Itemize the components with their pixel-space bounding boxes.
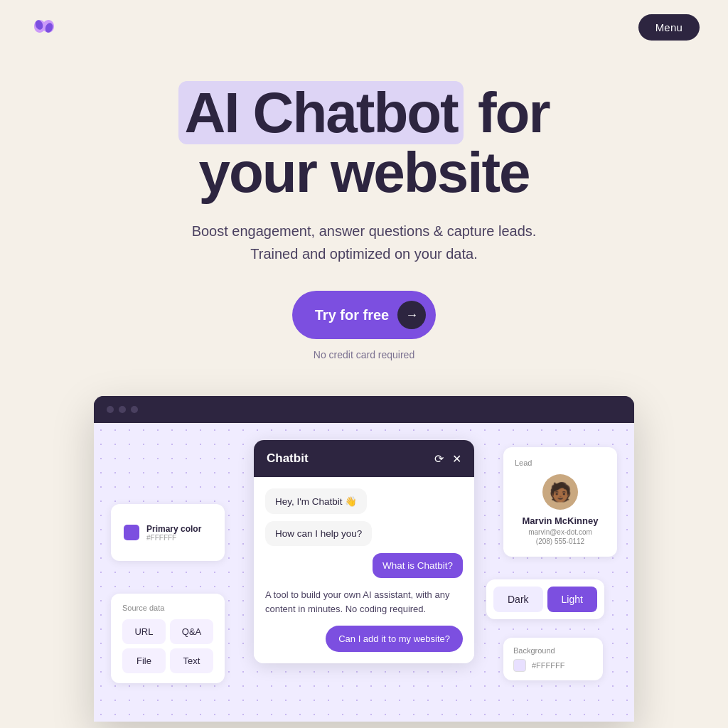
chat-bubble-help: How can I help you? xyxy=(265,521,372,546)
hero-subtitle: Boost engagement, answer questions & cap… xyxy=(186,220,542,265)
lead-label: Lead xyxy=(515,459,606,467)
browser-dot-1 xyxy=(107,406,114,413)
refresh-icon[interactable]: ⟳ xyxy=(434,452,444,466)
browser-window: Primary color #FFFFFF Source data URL Q&… xyxy=(94,396,634,722)
cta-label: Try for free xyxy=(315,307,389,323)
source-url-button[interactable]: URL xyxy=(122,619,166,644)
close-icon[interactable]: ✕ xyxy=(452,452,461,466)
dark-mode-button[interactable]: Dark xyxy=(493,587,543,612)
dark-light-toggle: Dark Light xyxy=(486,579,604,619)
lead-panel: Lead 🧑🏾 Marvin McKinney marvin@ex-dot.co… xyxy=(503,447,617,557)
center-column: Chatbit ⟳ ✕ Hey, I'm Chatbit 👋 How can I… xyxy=(239,440,489,722)
lead-phone: (208) 555-0112 xyxy=(515,537,606,545)
bg-swatch[interactable] xyxy=(513,659,526,672)
primary-color-label: Primary color xyxy=(146,524,201,534)
hero-title-highlight: AI Chatbot xyxy=(178,81,463,144)
color-swatch[interactable] xyxy=(124,525,139,540)
chat-answer-text: A tool to build your own AI assistant, w… xyxy=(265,585,463,616)
menu-button[interactable]: Menu xyxy=(638,14,700,41)
chat-bubble-greeting: Hey, I'm Chatbit 👋 xyxy=(265,488,367,514)
primary-color-panel: Primary color #FFFFFF xyxy=(111,504,225,561)
chat-bubble-user: What is Chatbit? xyxy=(373,553,463,578)
hero-section: AI Chatbot for your website Boost engage… xyxy=(0,55,728,396)
browser-dot-3 xyxy=(131,406,138,413)
primary-color-text: Primary color #FFFFFF xyxy=(146,524,201,542)
left-column: Primary color #FFFFFF Source data URL Q&… xyxy=(111,440,225,722)
chat-body: Hey, I'm Chatbit 👋 How can I help you? W… xyxy=(254,477,474,663)
light-mode-button[interactable]: Light xyxy=(547,587,597,612)
background-label: Background xyxy=(513,646,593,655)
source-data-label: Source data xyxy=(122,604,213,612)
lead-avatar: 🧑🏾 xyxy=(542,474,578,510)
browser-bar xyxy=(94,396,634,423)
lead-name: Marvin McKinney xyxy=(515,515,606,526)
chat-cta-button[interactable]: Can I add it to my website? xyxy=(326,626,463,652)
try-free-button[interactable]: Try for free → xyxy=(292,291,436,339)
source-grid: URL Q&A File Text xyxy=(122,619,213,673)
no-credit-card-text: No credit card required xyxy=(14,349,714,360)
navbar: Menu xyxy=(0,0,728,55)
source-qa-button[interactable]: Q&A xyxy=(170,619,213,644)
cta-arrow-icon: → xyxy=(397,301,426,329)
background-panel: Background #FFFFFF xyxy=(503,638,603,680)
hero-title: AI Chatbot for your website xyxy=(14,83,714,203)
browser-mockup: Primary color #FFFFFF Source data URL Q&… xyxy=(80,396,648,722)
lead-email: marvin@ex-dot.com xyxy=(515,528,606,536)
hero-title-line2: your website xyxy=(198,141,529,204)
chat-panel: Chatbit ⟳ ✕ Hey, I'm Chatbit 👋 How can I… xyxy=(254,440,474,663)
source-text-button[interactable]: Text xyxy=(170,648,213,673)
chat-header: Chatbit ⟳ ✕ xyxy=(254,440,474,477)
bg-value: #FFFFFF xyxy=(532,661,564,670)
right-column: Lead 🧑🏾 Marvin McKinney marvin@ex-dot.co… xyxy=(503,440,617,722)
chat-header-title: Chatbit xyxy=(267,451,309,466)
browser-content: Primary color #FFFFFF Source data URL Q&… xyxy=(94,423,634,722)
chat-header-icons: ⟳ ✕ xyxy=(434,452,461,466)
source-data-panel: Source data URL Q&A File Text xyxy=(111,594,225,683)
browser-dot-2 xyxy=(119,406,126,413)
logo[interactable] xyxy=(28,15,60,41)
primary-color-value: #FFFFFF xyxy=(146,534,201,542)
source-file-button[interactable]: File xyxy=(122,648,166,673)
background-row: #FFFFFF xyxy=(513,659,593,672)
